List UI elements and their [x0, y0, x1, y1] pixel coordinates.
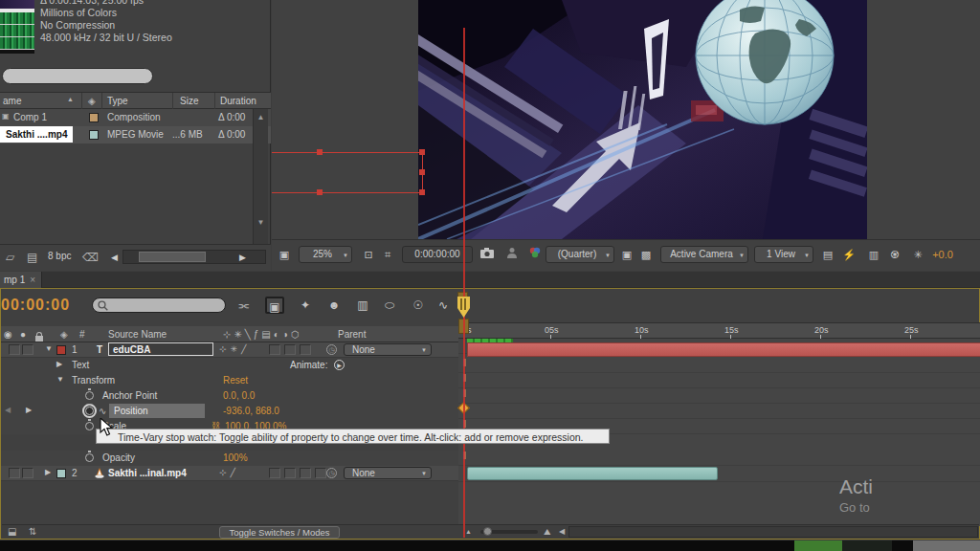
magnification-dropdown[interactable]: 25% [299, 246, 352, 263]
animate-menu-icon[interactable]: ▶ [334, 360, 345, 370]
graph-editor-icon[interactable]: ∿ [434, 297, 453, 314]
layer-switches[interactable]: ⊹╱ [219, 468, 239, 477]
expand-frame-icon[interactable]: ⬓ [8, 526, 16, 537]
project-vertical-scrollbar[interactable]: ▲ ▼ [253, 109, 268, 244]
show-channels-rgb-icon[interactable] [526, 247, 544, 262]
parent-pickwhip-icon[interactable]: ◷ [326, 344, 337, 355]
tab-comp-1[interactable]: mp 1× [0, 272, 42, 288]
prop-row-anchor-point[interactable]: Anchor Point 0.0, 0.0 [1, 388, 458, 404]
selection-handle[interactable] [419, 189, 425, 195]
audio-icon[interactable]: ● [20, 329, 26, 340]
column-hash[interactable]: # [79, 329, 85, 340]
project-row-comp1[interactable]: ▣ Comp 1 Composition Δ 0:00 ♼ [0, 109, 271, 126]
playhead-line[interactable] [463, 28, 465, 538]
timeline-zoom-slider[interactable] [480, 530, 538, 534]
motion-blur-icon[interactable]: ⬭ [380, 297, 399, 314]
timeline-search-input[interactable] [92, 298, 226, 313]
hscroll-right-icon[interactable]: ▶ [239, 253, 246, 262]
layer-color-swatch[interactable] [56, 469, 66, 478]
scroll-up-icon[interactable]: ▲ [255, 111, 267, 123]
viewer-timecode[interactable]: 0:00:00:00 [402, 246, 473, 263]
comp-flowchart-icon[interactable]: ▥ [865, 247, 882, 262]
item-name[interactable]: Comp 1 [13, 112, 47, 122]
twirl-down-icon[interactable]: ▼ [45, 344, 53, 353]
item-name-selected[interactable]: Sakthi ....mp4 [0, 126, 73, 143]
layer-bar-sakthi[interactable] [467, 467, 718, 480]
layer-switches[interactable]: ⊹✳╱ [219, 344, 251, 354]
hscroll-left-icon[interactable]: ◀ [559, 527, 565, 536]
layer-color-swatch[interactable] [56, 345, 66, 355]
keyframe-nav-left-icon[interactable]: ◀ [5, 406, 11, 414]
opacity-value[interactable]: 100% [223, 452, 248, 463]
composition-mini-flowchart-icon[interactable]: ⫘ [234, 297, 254, 314]
label-tag-icon[interactable]: ◈ [88, 96, 96, 106]
show-snapshot-person-icon[interactable] [503, 247, 521, 262]
selection-handle[interactable] [317, 189, 323, 195]
project-row-sakthi[interactable]: Sakthi ....mp4 MPEG Movie ...6 MB Δ 0:00 [0, 126, 271, 143]
region-of-interest-icon[interactable]: ⌗ [379, 247, 396, 262]
hscroll-left-icon[interactable]: ◀ [111, 253, 118, 262]
zoom-out-mountain-icon[interactable]: ▲ [465, 528, 472, 535]
twirl-right-icon[interactable]: ▶ [45, 468, 51, 476]
parent-dropdown[interactable]: None [344, 467, 432, 479]
new-composition-icon[interactable]: ▤ [27, 251, 37, 264]
mini-flowchart-icon[interactable]: ♼ [886, 247, 903, 262]
timeline-ruler[interactable]: 0s 05s 10s 15s 20s 25s [458, 322, 980, 339]
selection-handle[interactable] [419, 149, 425, 155]
stopwatch-icon[interactable] [85, 422, 94, 430]
draft-3d-icon[interactable]: ✦ [296, 297, 315, 314]
delete-trash-icon[interactable]: ⌫ [82, 251, 99, 264]
shy-layers-icon[interactable]: ☻ [324, 297, 344, 314]
column-duration[interactable]: Duration [220, 96, 256, 106]
column-size[interactable]: Size [180, 96, 198, 106]
prop-label-opacity[interactable]: Opacity [102, 452, 135, 463]
bit-depth-button[interactable]: 8 bpc [48, 251, 71, 261]
column-type[interactable]: Type [107, 96, 128, 106]
zoom-slider-handle[interactable] [483, 527, 492, 536]
brainstorm-icon[interactable]: ☉ [409, 297, 428, 314]
prop-row-position[interactable]: ◀ ▶ ∿ Position -936.0, 868.0 [1, 404, 458, 419]
stopwatch-icon[interactable] [85, 453, 94, 462]
label-color-swatch[interactable] [89, 113, 99, 122]
position-value[interactable]: -936.0, 868.0 [223, 406, 279, 416]
safe-margins-icon[interactable]: ⊡ [360, 247, 377, 262]
collapse-frame-icon[interactable]: ⇅ [29, 526, 36, 537]
timeline-icon[interactable]: ▤ [819, 247, 836, 262]
selection-handle[interactable] [419, 169, 425, 175]
toggle-switches-modes-button[interactable]: Toggle Switches / Modes [219, 526, 340, 539]
parent-dropdown[interactable]: None [344, 343, 432, 356]
transparency-grid-icon[interactable]: ▩ [637, 247, 655, 262]
parent-pickwhip-icon[interactable]: ◷ [326, 468, 337, 478]
sort-ascending-icon[interactable]: ▲ [67, 96, 74, 102]
column-name[interactable]: ame [3, 96, 21, 106]
prop-row-transform[interactable]: ▼ Transform Reset [1, 373, 458, 388]
exposure-value[interactable]: +0.0 [928, 247, 957, 262]
twirl-down-icon[interactable]: ▼ [56, 375, 64, 384]
composition-image[interactable] [418, 0, 867, 239]
stopwatch-icon[interactable] [85, 391, 94, 400]
position-stopwatch-icon[interactable] [85, 407, 94, 415]
twirl-right-icon[interactable]: ▶ [56, 360, 62, 368]
keyframe-nav-right-icon[interactable]: ▶ [26, 406, 32, 414]
snapshot-camera-icon[interactable] [479, 247, 496, 262]
project-search-input[interactable] [2, 68, 153, 84]
new-folder-icon[interactable]: ▱ [6, 251, 14, 264]
layer-name[interactable]: eduCBA [108, 342, 213, 356]
prop-row-text[interactable]: ▶ Text Animate: ▶ [1, 358, 458, 373]
comp-button-icon[interactable]: ⚡ [840, 247, 858, 262]
prop-label-transform[interactable]: Transform [72, 375, 115, 386]
view-layout-dropdown[interactable]: 1 View [754, 246, 813, 263]
video-eye-icon[interactable]: ◉ [4, 329, 12, 340]
resolution-dropdown[interactable]: (Quarter) [546, 246, 614, 263]
toggle-transparency-icon[interactable]: ▣ [618, 247, 635, 262]
layer-bar-educba[interactable] [467, 342, 980, 357]
label-tag-icon[interactable]: ◈ [60, 329, 68, 340]
live-update-icon[interactable]: ▣ [265, 297, 284, 314]
prop-label-text[interactable]: Text [72, 360, 89, 370]
exposure-shutter-icon[interactable]: ✳ [909, 247, 926, 262]
transform-reset-link[interactable]: Reset [223, 375, 248, 386]
layer-name[interactable]: Sakthi ...inal.mp4 [108, 468, 187, 478]
anchor-point-value[interactable]: 0.0, 0.0 [223, 390, 255, 401]
scroll-down-icon[interactable]: ▼ [255, 216, 267, 229]
layer-row-sakthi[interactable]: ▶ 2 Sakthi ...inal.mp4 ⊹╱ ◷ None [1, 466, 458, 481]
